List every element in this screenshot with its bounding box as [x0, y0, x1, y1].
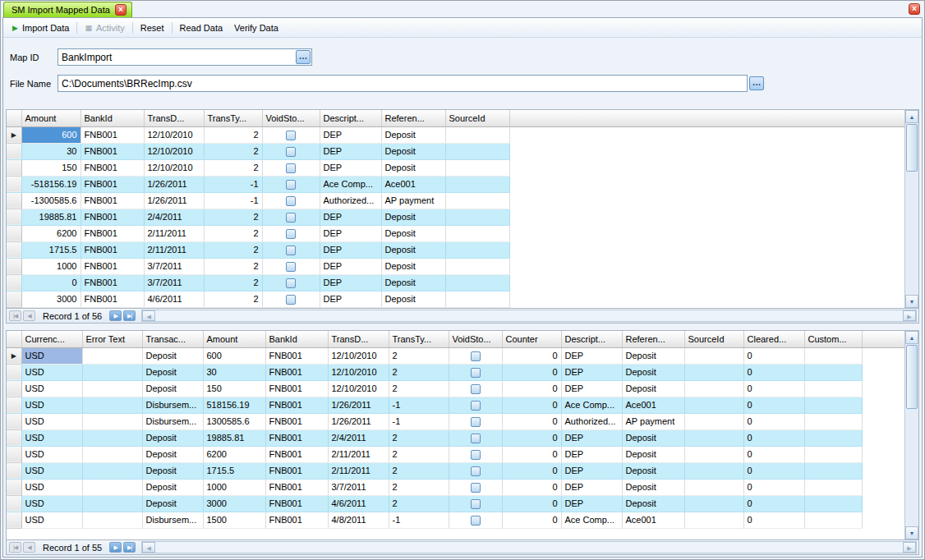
cell[interactable]: USD	[21, 347, 82, 364]
cell[interactable]: Deposit	[381, 209, 445, 225]
void-checkbox[interactable]	[286, 180, 296, 190]
cell[interactable]: 1000	[21, 258, 81, 274]
cell[interactable]: 0	[502, 364, 561, 380]
cell[interactable]: 0	[743, 364, 804, 380]
cell[interactable]	[684, 347, 743, 364]
cell[interactable]: Deposit	[381, 225, 445, 241]
column-header[interactable]: Descript...	[561, 331, 622, 347]
cell[interactable]: Authorized...	[320, 192, 381, 209]
cell[interactable]	[445, 192, 509, 209]
void-checkbox[interactable]	[471, 384, 481, 394]
cell[interactable]	[684, 380, 743, 397]
last-record-button[interactable]: ▶|	[123, 542, 136, 553]
scroll-thumb[interactable]	[906, 124, 918, 172]
column-header[interactable]: BankId	[81, 110, 144, 126]
cell[interactable]: DEP	[561, 479, 622, 495]
cell[interactable]	[804, 380, 862, 397]
cell[interactable]: 3000	[21, 291, 81, 307]
scroll-down-icon[interactable]: ▼	[905, 526, 918, 539]
cell[interactable]: FNB001	[265, 380, 328, 397]
cell[interactable]: 1000	[203, 479, 265, 495]
table-row[interactable]: USDDeposit1000FNB0013/7/201120DEPDeposit…	[7, 479, 909, 495]
cell[interactable]	[82, 462, 142, 479]
cell[interactable]	[804, 364, 862, 380]
cell[interactable]	[262, 241, 320, 258]
void-checkbox[interactable]	[471, 434, 481, 443]
cell[interactable]: Deposit	[381, 258, 445, 274]
reset-button[interactable]: Reset	[135, 21, 170, 34]
cell[interactable]: 2	[204, 258, 262, 274]
cell[interactable]: 0	[743, 512, 804, 528]
cell[interactable]: 150	[21, 159, 81, 176]
cell[interactable]	[82, 380, 142, 397]
column-header[interactable]: VoidSto...	[262, 110, 320, 126]
column-header[interactable]: TransD...	[144, 110, 204, 126]
cell[interactable]: FNB001	[265, 397, 328, 413]
cell[interactable]: 12/10/2010	[144, 126, 204, 143]
column-header[interactable]: Amount	[21, 110, 81, 126]
cell[interactable]: 12/10/2010	[328, 364, 389, 380]
cell[interactable]: USD	[21, 429, 82, 446]
cell[interactable]: 2	[204, 274, 262, 291]
cell[interactable]	[804, 512, 862, 528]
cell[interactable]	[449, 462, 502, 479]
cell[interactable]: DEP	[561, 380, 622, 397]
void-checkbox[interactable]	[471, 483, 481, 493]
cell[interactable]: Deposit	[622, 495, 684, 512]
cell[interactable]: 0	[21, 274, 81, 291]
cell[interactable]: DEP	[561, 347, 622, 364]
column-header[interactable]: Counter	[502, 331, 561, 347]
cell[interactable]	[82, 479, 142, 495]
void-checkbox[interactable]	[286, 229, 296, 239]
scroll-up-icon[interactable]: ▲	[905, 110, 918, 123]
row-indicator[interactable]	[7, 241, 21, 258]
cell[interactable]: 12/10/2010	[144, 143, 204, 159]
void-checkbox[interactable]	[471, 351, 481, 361]
row-indicator[interactable]	[7, 225, 21, 241]
row-indicator[interactable]	[7, 192, 21, 209]
cell[interactable]: 6200	[203, 446, 265, 462]
row-indicator[interactable]	[7, 364, 21, 380]
cell[interactable]: FNB001	[81, 192, 144, 209]
cell[interactable]	[445, 209, 509, 225]
cell[interactable]: FNB001	[81, 291, 144, 307]
cell[interactable]: 1/26/2011	[144, 176, 204, 192]
cell[interactable]: 0	[743, 347, 804, 364]
cell[interactable]: USD	[21, 462, 82, 479]
cell[interactable]: 2/4/2011	[144, 209, 204, 225]
cell[interactable]	[262, 159, 320, 176]
cell[interactable]: USD	[21, 380, 82, 397]
table-row[interactable]: USDDisbursem...1500FNB0014/8/2011-10Ace …	[7, 512, 909, 528]
table-row[interactable]: -1300585.6FNB0011/26/2011-1Authorized...…	[7, 192, 909, 209]
window-close-button[interactable]: ×	[909, 3, 920, 15]
cell[interactable]: 1/26/2011	[328, 397, 389, 413]
cell[interactable]: Deposit	[381, 291, 445, 307]
cell[interactable]	[445, 291, 509, 307]
cell[interactable]: 0	[743, 413, 804, 429]
table-row[interactable]: 30FNB00112/10/20102DEPDeposit	[7, 143, 909, 159]
cell[interactable]: 600	[203, 347, 265, 364]
cell[interactable]: AP payment	[622, 413, 684, 429]
cell[interactable]: -1	[389, 397, 449, 413]
cell[interactable]: 0	[502, 347, 561, 364]
column-header[interactable]: TransTy...	[389, 331, 449, 347]
cell[interactable]: Deposit	[381, 159, 445, 176]
prev-record-button[interactable]: ◀	[23, 310, 35, 321]
cell[interactable]: FNB001	[265, 364, 328, 380]
row-indicator[interactable]	[7, 495, 21, 512]
cell[interactable]: 12/10/2010	[144, 159, 204, 176]
row-indicator[interactable]	[7, 380, 21, 397]
row-indicator[interactable]	[7, 397, 21, 413]
cell[interactable]: FNB001	[265, 479, 328, 495]
table-row[interactable]: USDDeposit6200FNB0012/11/201120DEPDeposi…	[7, 446, 909, 462]
scroll-left-icon[interactable]: ◀	[142, 310, 155, 321]
row-indicator[interactable]	[7, 479, 21, 495]
table-row[interactable]: USDDisbursem...1300585.6FNB0011/26/2011-…	[7, 413, 909, 429]
cell[interactable]: -1	[204, 176, 262, 192]
horizontal-scrollbar[interactable]: ◀ ▶	[141, 310, 917, 322]
cell[interactable]	[262, 126, 320, 143]
scroll-right-icon[interactable]: ▶	[903, 310, 916, 321]
table-row[interactable]: 0FNB0013/7/20112DEPDeposit	[7, 274, 909, 291]
cell[interactable]: 4/8/2011	[328, 512, 389, 528]
cell[interactable]: 4/6/2011	[144, 291, 204, 307]
